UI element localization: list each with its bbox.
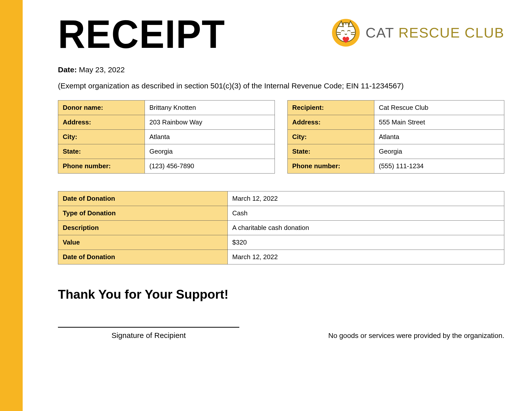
date-line: Date: May 23, 2022 — [58, 65, 504, 74]
recipient-city-label: City: — [288, 130, 374, 144]
recipient-phone-label: Phone number: — [288, 159, 374, 174]
recipient-name-value: Cat Rescue Club — [374, 100, 504, 115]
recipient-phone-value: (555) 111-1234 — [374, 159, 504, 174]
svg-line-7 — [351, 32, 355, 33]
disclaimer-text: No goods or services were provided by th… — [328, 332, 504, 340]
donation-date1-label: Date of Donation — [58, 191, 228, 206]
donor-state-label: State: — [58, 144, 145, 159]
recipient-table: Recipient:Cat Rescue Club Address:555 Ma… — [287, 100, 504, 174]
table-row: Date of DonationMarch 12, 2022 — [58, 191, 504, 206]
donor-table: Donor name:Brittany Knotten Address:203 … — [58, 100, 275, 174]
logo-word-cat: CAT — [365, 25, 394, 41]
donor-name-label: Donor name: — [58, 100, 145, 115]
table-row: Phone number:(555) 111-1234 — [288, 159, 504, 174]
table-row: Date of DonationMarch 12, 2022 — [58, 250, 504, 264]
donor-phone-label: Phone number: — [58, 159, 145, 174]
table-row: City:Atlanta — [58, 130, 275, 144]
page-title: RECEIPT — [58, 14, 225, 54]
donor-city-value: Atlanta — [145, 130, 275, 144]
logo-word-club: CLUB — [465, 25, 504, 41]
donation-type-value: Cash — [227, 206, 504, 221]
cat-logo-icon — [331, 18, 361, 48]
table-row: State:Georgia — [288, 144, 504, 159]
recipient-address-label: Address: — [288, 115, 374, 130]
donation-date1-value: March 12, 2022 — [227, 191, 504, 206]
donor-phone-value: (123) 456-7890 — [145, 159, 275, 174]
thank-you-heading: Thank You for Your Support! — [58, 287, 504, 302]
table-row: State:Georgia — [58, 144, 275, 159]
donor-name-value: Brittany Knotten — [145, 100, 275, 115]
recipient-state-label: State: — [288, 144, 374, 159]
table-row: Phone number:(123) 456-7890 — [58, 159, 275, 174]
table-row: Address:203 Rainbow Way — [58, 115, 275, 130]
org-name: CAT RESCUE CLUB — [365, 26, 504, 40]
table-row: Donor name:Brittany Knotten — [58, 100, 275, 115]
donation-value-label: Value — [58, 235, 228, 250]
donation-date2-label: Date of Donation — [58, 250, 228, 264]
svg-line-5 — [337, 32, 341, 33]
signature-label: Signature of Recipient — [58, 331, 239, 340]
donor-address-label: Address: — [58, 115, 145, 130]
date-value: May 23, 2022 — [79, 65, 125, 74]
recipient-name-label: Recipient: — [288, 100, 374, 115]
donation-table: Date of DonationMarch 12, 2022 Type of D… — [58, 191, 504, 264]
donation-date2-value: March 12, 2022 — [227, 250, 504, 264]
exempt-statement: (Exempt organization as described in sec… — [58, 82, 504, 90]
date-label: Date: — [58, 65, 77, 74]
donor-state-value: Georgia — [145, 144, 275, 159]
table-row: Address:555 Main Street — [288, 115, 504, 130]
donation-desc-label: Description — [58, 221, 228, 235]
donation-type-label: Type of Donation — [58, 206, 228, 221]
table-row: DescriptionA charitable cash donation — [58, 221, 504, 235]
table-row: Recipient:Cat Rescue Club — [288, 100, 504, 115]
table-row: Value$320 — [58, 235, 504, 250]
recipient-city-value: Atlanta — [374, 130, 504, 144]
svg-line-8 — [351, 34, 355, 35]
table-row: City:Atlanta — [288, 130, 504, 144]
donor-city-label: City: — [58, 130, 145, 144]
recipient-address-value: 555 Main Street — [374, 115, 504, 130]
signature-block: Signature of Recipient — [58, 327, 239, 340]
donor-address-value: 203 Rainbow Way — [145, 115, 275, 130]
org-logo: CAT RESCUE CLUB — [331, 18, 504, 48]
donation-value-value: $320 — [227, 235, 504, 250]
signature-line — [58, 327, 239, 328]
donation-desc-value: A charitable cash donation — [227, 221, 504, 235]
svg-line-6 — [337, 34, 341, 35]
logo-word-rescue: RESCUE — [398, 25, 460, 41]
table-row: Type of DonationCash — [58, 206, 504, 221]
recipient-state-value: Georgia — [374, 144, 504, 159]
receipt-page: RECEIPT — [23, 0, 532, 411]
accent-sidebar — [0, 0, 23, 411]
